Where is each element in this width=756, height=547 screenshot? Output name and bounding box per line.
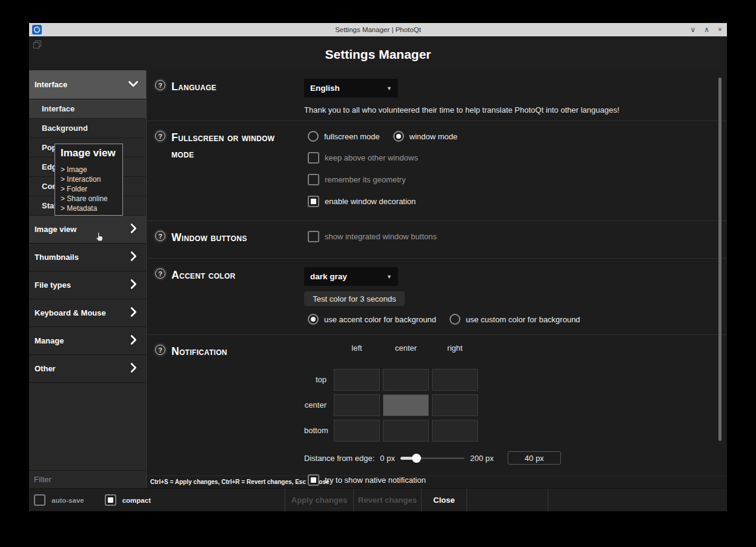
test-color-button[interactable]: Test color for 3 seconds	[304, 291, 405, 306]
accent-color-dropdown[interactable]: dark gray ▼	[304, 267, 398, 286]
remember-geometry-checkbox[interactable]	[308, 174, 319, 185]
body: Interface Interface Background Pop Edg C…	[29, 70, 727, 488]
sidebar-category-other[interactable]: Other	[29, 355, 146, 383]
fullscreen-mode-radio[interactable]	[308, 131, 319, 142]
grid-column-header: center	[383, 343, 429, 354]
checkbox-label: compact	[122, 497, 151, 504]
section-window-buttons: ? Window buttons show integrated window …	[147, 221, 727, 259]
translation-note: Thank you to all who volunteered their t…	[304, 105, 715, 114]
image-view-tooltip: Image view > Image > Interaction > Folde…	[55, 144, 123, 216]
close-icon[interactable]: ×	[718, 26, 722, 33]
dropdown-value: dark gray	[310, 272, 347, 281]
help-icon[interactable]: ?	[155, 345, 165, 355]
section-language: ? Language English ▼ Thank you to all wh…	[147, 70, 727, 121]
tooltip-title: Image view	[61, 147, 122, 159]
notification-grid-cell-bottom-left[interactable]	[334, 420, 380, 442]
sidebar-category-manage[interactable]: Manage	[29, 327, 146, 355]
tooltip-item: > Share online	[61, 194, 122, 204]
compact-checkbox[interactable]	[105, 494, 116, 506]
notification-grid-cell-bottom-center[interactable]	[383, 420, 429, 442]
grid-column-header: right	[432, 343, 478, 354]
section-heading: Window buttons	[171, 230, 291, 258]
notification-grid-cell-center-right[interactable]	[432, 394, 478, 416]
keep-above-checkbox[interactable]	[308, 152, 319, 164]
category-label: Image view	[35, 225, 76, 234]
help-icon[interactable]: ?	[155, 80, 165, 90]
minimize-icon[interactable]: ∨	[690, 26, 695, 33]
section-notification: ? Notification left center right top cen…	[147, 335, 727, 473]
checkbox-label: enable window decoration	[325, 197, 416, 206]
subitem-label: Interface	[42, 104, 75, 113]
radio-label: use custom color for background	[466, 315, 580, 324]
window-decoration-checkbox[interactable]	[308, 196, 319, 207]
notification-grid-cell-center-left[interactable]	[334, 394, 380, 416]
sidebar-category-image-view[interactable]: Image view	[29, 216, 146, 244]
tooltip-item: > Metadata	[61, 204, 122, 213]
accent-background-radio[interactable]	[308, 314, 319, 325]
vertical-scrollbar[interactable]	[718, 78, 721, 441]
checkbox-label: show integrated window buttons	[325, 232, 437, 241]
desktop-background: Settings Manager | PhotoQt ∨ ∧ × Setting…	[0, 0, 756, 547]
slider-knob[interactable]	[412, 454, 421, 463]
category-label: Interface	[35, 80, 67, 89]
settings-pane: ? Language English ▼ Thank you to all wh…	[147, 70, 727, 488]
distance-max-label: 200 px	[470, 454, 494, 463]
notification-grid-cell-top-right[interactable]	[432, 369, 478, 391]
help-icon[interactable]: ?	[155, 231, 165, 241]
custom-background-radio[interactable]	[449, 314, 460, 325]
sidebar-category-keyboard-mouse[interactable]: Keyboard & Mouse	[29, 299, 146, 327]
integrated-window-buttons-checkbox[interactable]	[308, 231, 319, 242]
close-button[interactable]: Close	[421, 489, 466, 511]
maximize-icon[interactable]: ∧	[704, 26, 709, 33]
bottombar: auto-save compact Apply changes Revert c…	[29, 488, 727, 511]
notification-grid-cell-center-center[interactable]	[383, 394, 429, 416]
notification-grid-cell-bottom-right[interactable]	[432, 420, 478, 442]
checkbox-label: remember its geometry	[325, 175, 406, 184]
distance-value-button[interactable]: 40 px	[508, 451, 561, 465]
auto-save-checkbox[interactable]	[34, 494, 45, 506]
sidebar-subitem-background[interactable]: Background	[29, 119, 146, 138]
checkbox-label: auto-save	[51, 497, 84, 504]
category-label: Thumbnails	[35, 253, 79, 262]
sidebar-category-interface[interactable]: Interface	[29, 70, 146, 99]
header: Settings Manager	[29, 36, 727, 70]
native-notification-checkbox[interactable]	[308, 474, 319, 486]
sidebar: Interface Interface Background Pop Edg C…	[29, 70, 147, 488]
page-title: Settings Manager	[29, 36, 727, 62]
filter-box	[29, 470, 146, 488]
sidebar-category-file-types[interactable]: File types	[29, 271, 146, 299]
filter-input[interactable]	[29, 475, 146, 484]
chevron-right-icon	[127, 250, 140, 265]
sidebar-category-thumbnails[interactable]: Thumbnails	[29, 244, 146, 271]
chevron-right-icon	[127, 305, 140, 320]
radio-label: fullscreen mode	[324, 132, 380, 141]
action-buttons: Apply changes Revert changes Close	[285, 489, 548, 511]
section-heading: Accent color	[171, 267, 291, 334]
sidebar-subitem-interface[interactable]: Interface	[29, 99, 146, 119]
distance-label: Distance from edge:	[304, 454, 374, 463]
help-icon[interactable]: ?	[155, 131, 165, 141]
section-mode: ? Fullscreen or window mode fullscreen m…	[147, 121, 727, 221]
checkbox-label: keep above other windows	[325, 153, 418, 162]
revert-changes-button[interactable]: Revert changes	[353, 489, 421, 511]
notification-grid-cell-top-center[interactable]	[383, 369, 429, 391]
chevron-right-icon	[127, 222, 140, 237]
chevron-down-icon	[127, 77, 140, 92]
language-dropdown[interactable]: English ▼	[304, 79, 398, 98]
radio-label: window mode	[409, 132, 458, 141]
apply-changes-button[interactable]: Apply changes	[285, 489, 353, 511]
window-controls: ∨ ∧ ×	[690, 23, 722, 36]
grid-row-header: top	[304, 369, 331, 391]
dropdown-value: English	[310, 84, 340, 93]
hand-cursor-icon	[94, 231, 105, 245]
notification-grid-cell-top-left[interactable]	[334, 369, 380, 391]
popout-icon[interactable]	[33, 40, 41, 51]
help-icon[interactable]: ?	[155, 268, 165, 279]
window-mode-radio[interactable]	[393, 131, 404, 142]
tooltip-item: > Image	[61, 165, 122, 174]
section-heading: Notification	[171, 343, 291, 473]
distance-slider[interactable]	[400, 453, 465, 463]
distance-min-label: 0 px	[380, 454, 395, 463]
chevron-right-icon	[127, 277, 140, 293]
window-title: Settings Manager | PhotoQt	[29, 26, 727, 33]
